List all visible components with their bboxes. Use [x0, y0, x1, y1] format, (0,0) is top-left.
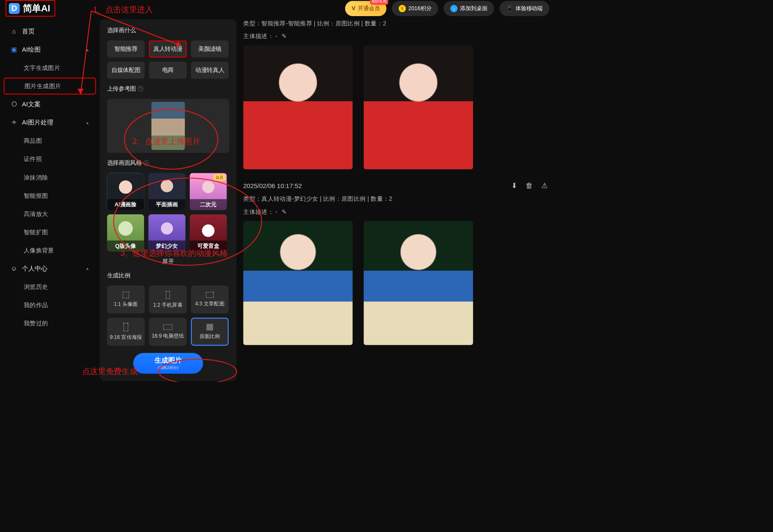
- warn-icon[interactable]: ⚠: [541, 182, 548, 190]
- results-panel: 类型：智能推荐-智能推荐 | 比例：原图比例 | 数量：2 主体描述： - ✎ …: [236, 17, 555, 382]
- ratio-icon: [166, 291, 170, 299]
- text-icon: ⎔: [10, 101, 17, 108]
- points-label: 2016积分: [408, 5, 432, 12]
- result-card: 2025/02/06 10:17:52 ⬇ 🗑 ⚠ 类型：真人转动漫-梦幻少女 …: [243, 182, 548, 345]
- opt-beauty[interactable]: 美颜滤镜: [191, 40, 229, 57]
- result-desc: 主体描述： - ✎: [243, 32, 548, 40]
- proc-item[interactable]: 涂抹消除: [4, 169, 96, 186]
- opt-anime2real[interactable]: 动漫转真人: [191, 62, 229, 79]
- add-desktop-button[interactable]: ↓ 添加到桌面: [443, 1, 494, 16]
- profile-item[interactable]: 我的作品: [4, 296, 96, 313]
- result-desc: 主体描述： - ✎: [243, 208, 548, 216]
- style-tile[interactable]: 梦幻少女: [148, 214, 186, 252]
- sidebar-profile[interactable]: ☺ 个人中心 ▲: [4, 260, 96, 277]
- opt-smart[interactable]: 智能推荐: [107, 40, 145, 57]
- upload-thumb: [151, 102, 185, 150]
- sidebar-text2img[interactable]: 文字生成图片: [4, 59, 96, 76]
- image-icon: ▣: [10, 46, 17, 53]
- style-tile[interactable]: 平面插画: [148, 173, 186, 210]
- ratio-icon: [163, 324, 172, 330]
- style-tile[interactable]: 可爱盲盒: [190, 214, 227, 252]
- ratio-tile[interactable]: 16:9 电脑壁纸: [149, 318, 187, 346]
- points-button[interactable]: ¥ 2016积分: [392, 1, 438, 16]
- open-vip-button[interactable]: V 开通会员 积分礼包: [345, 1, 387, 16]
- logo-icon: D: [9, 3, 20, 14]
- profile-item[interactable]: 我赞过的: [4, 315, 96, 332]
- settings-panel: 选择画什么 智能推荐 真人转动漫 美颜滤镜 自媒体配图 电商 动漫转真人 上传参…: [100, 19, 236, 381]
- result-info: 类型：真人转动漫-梦幻少女 | 比例：原图比例 | 数量：2: [243, 195, 548, 203]
- sidebar-img2img[interactable]: 图片生成图片: [4, 78, 96, 94]
- magic-icon: ✧: [10, 119, 17, 126]
- mobile-label: 体验移动端: [515, 5, 543, 12]
- opt-ecom[interactable]: 电商: [149, 62, 187, 79]
- ratio-tile[interactable]: 原图比例: [191, 318, 229, 346]
- style-tile[interactable]: 会员二次元: [190, 173, 227, 210]
- ratio-icon: [122, 291, 129, 298]
- chevron-up-icon: ▲: [86, 47, 89, 52]
- ratio-tile[interactable]: 9:16 宣传海报: [107, 318, 145, 346]
- proc-item[interactable]: 智能抠图: [4, 187, 96, 204]
- edit-icon[interactable]: ✎: [282, 33, 287, 40]
- ratio-icon: [206, 324, 213, 330]
- add-desktop-label: 添加到桌面: [460, 5, 488, 12]
- chevron-up-icon: ▲: [86, 266, 89, 271]
- result-image[interactable]: [243, 221, 352, 345]
- ratio-tile[interactable]: 1:1 头像图: [107, 285, 145, 313]
- proc-item[interactable]: 智能扩图: [4, 224, 96, 241]
- user-icon: ☺: [10, 265, 17, 272]
- proc-item[interactable]: 高清放大: [4, 205, 96, 222]
- proc-item[interactable]: 证件照: [4, 150, 96, 167]
- result-time: 2025/02/06 10:17:52: [243, 182, 302, 189]
- ratio-icon: [206, 292, 214, 298]
- trash-icon[interactable]: 🗑: [526, 182, 533, 190]
- mobile-button[interactable]: 📱 体验移动端: [499, 1, 549, 16]
- sidebar-ai-draw[interactable]: ▣ AI绘图 ▲: [4, 41, 96, 58]
- ratio-tile[interactable]: 1:2 手机屏幕: [149, 285, 187, 313]
- profile-item[interactable]: 浏览历史: [4, 278, 96, 295]
- app-name: 简单AI: [23, 2, 50, 14]
- chevron-up-icon: ▲: [86, 120, 89, 125]
- vip-badge: 会员: [213, 174, 226, 181]
- ratio-label: 生成比例: [107, 272, 230, 280]
- result-image[interactable]: [363, 45, 473, 169]
- result-image[interactable]: [243, 45, 352, 169]
- proc-item[interactable]: 商品图: [4, 132, 96, 149]
- style-tile[interactable]: Q版头像: [107, 214, 144, 252]
- sidebar-ai-text[interactable]: ⎔ AI文案: [4, 96, 96, 113]
- phone-icon: 📱: [506, 5, 513, 12]
- result-image[interactable]: [363, 221, 473, 345]
- info-icon[interactable]: ?: [138, 86, 143, 91]
- style-tile[interactable]: AI漫画脸: [107, 173, 144, 210]
- generate-button[interactable]: 生成图片 (消耗2积分): [133, 353, 203, 374]
- opt-media[interactable]: 自媒体配图: [107, 62, 145, 79]
- sidebar: ⌂ 首页 ▣ AI绘图 ▲ 文字生成图片 图片生成图片 ⎔ AI文案 ✧ AI图…: [0, 17, 100, 382]
- download-icon: ↓: [450, 5, 457, 12]
- download-icon[interactable]: ⬇: [511, 182, 517, 190]
- style-label: 选择画面风格 ?: [107, 159, 230, 167]
- ratio-tile[interactable]: 4:3 文章配图: [191, 285, 229, 313]
- app-logo[interactable]: D 简单AI: [6, 0, 55, 17]
- sidebar-ai-proc[interactable]: ✧ AI图片处理 ▲: [4, 114, 96, 131]
- expand-styles[interactable]: 展开: [107, 258, 230, 266]
- opt-real2anime[interactable]: 真人转动漫: [149, 40, 187, 57]
- proc-item[interactable]: 人像换背景: [4, 242, 96, 259]
- coin-icon: ¥: [399, 5, 406, 12]
- home-icon: ⌂: [10, 28, 17, 35]
- open-vip-label: 开通会员: [358, 5, 380, 12]
- sidebar-home[interactable]: ⌂ 首页: [4, 23, 96, 40]
- info-icon[interactable]: ?: [144, 160, 149, 166]
- edit-icon[interactable]: ✎: [282, 208, 287, 215]
- result-card: 类型：智能推荐-智能推荐 | 比例：原图比例 | 数量：2 主体描述： - ✎: [243, 19, 548, 169]
- ratio-icon: [123, 323, 128, 331]
- gift-badge: 积分礼包: [370, 0, 388, 5]
- result-info: 类型：智能推荐-智能推荐 | 比例：原图比例 | 数量：2: [243, 19, 548, 27]
- upload-label: 上传参考图 ?: [107, 85, 230, 93]
- upload-box[interactable]: [107, 99, 230, 153]
- what-label: 选择画什么: [107, 26, 230, 34]
